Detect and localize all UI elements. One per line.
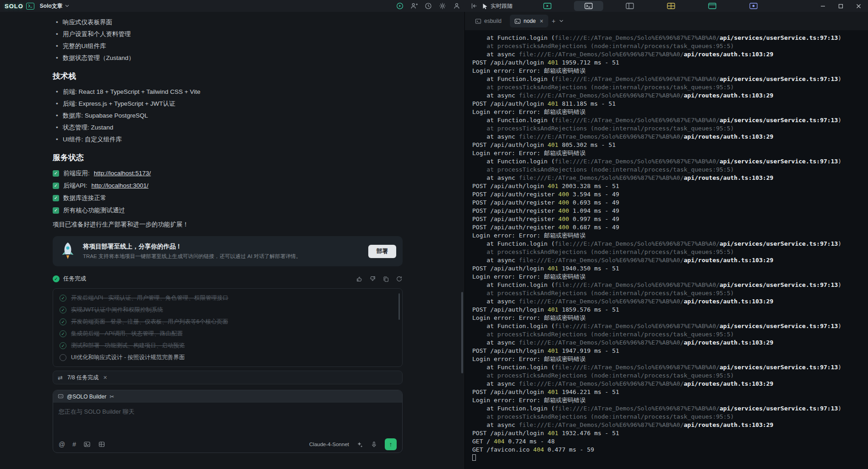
terminal-line: Login error: Error: 邮箱或密码错误 (472, 149, 864, 157)
history-icon[interactable] (425, 2, 432, 10)
terminal-line: POST /api/auth/register 400 0.693 ms - 4… (472, 199, 864, 207)
terminal-tab-label: node (524, 18, 536, 24)
scissors-icon[interactable]: ✂ (109, 394, 114, 400)
panel-tab-editor[interactable] (615, 1, 644, 11)
terminal-tab-esbuild[interactable]: esbuild (470, 15, 506, 27)
titlebar-right: 实时跟随 (465, 0, 868, 12)
panel-tab-terminal[interactable] (574, 1, 603, 11)
settings-gear-icon[interactable] (439, 2, 446, 10)
terminal-line: Login error: Error: 邮箱或密码错误 (472, 67, 864, 75)
terminal-line: POST /api/auth/register 400 3.594 ms - 4… (472, 190, 864, 199)
chat-toolbar: @ # Claude-4-Sonnet (53, 436, 402, 453)
terminal-line: POST /api/auth/login 401 1932.476 ms - 5… (472, 429, 864, 437)
thumbs-down-icon[interactable] (369, 275, 376, 282)
minimize-icon[interactable] (820, 3, 826, 9)
terminal-line: at Function.login (file:///E:/ATrae_Demo… (472, 404, 864, 413)
live-follow-label: 实时跟随 (491, 2, 513, 10)
chat-agent-header: @SOLO Builder ✂ (53, 390, 402, 403)
rocket-icon (60, 242, 76, 261)
terminal-line: at async file:///E:/ATrae_Demos/Solo%E6%… (472, 421, 864, 429)
collapse-panel-icon[interactable] (470, 2, 478, 10)
message-action-icons (356, 275, 403, 282)
deploy-card: 将项目部署至线上，分享你的作品！ TRAE 支持将本地项目一键部署至线上生成可访… (53, 236, 403, 266)
mention-icon[interactable]: @ (59, 441, 65, 447)
task-item: ✓开发后端API - 实现认证、用户管理、角色管理、权限管理接口 (60, 294, 394, 302)
chat-input-area[interactable]: 您正在与 SOLO Builder 聊天 (53, 403, 402, 436)
form-grid-icon[interactable] (98, 441, 105, 448)
chat-panel-scrollbar[interactable] (461, 292, 463, 373)
terminal-line: at processTicksAndRejections (node:inter… (472, 166, 864, 174)
maximize-icon[interactable] (838, 3, 844, 9)
service-item: ✓数据库连接正常 (53, 194, 403, 202)
terminal-output[interactable]: at Function.login (file:///E:/ATrae_Demo… (465, 30, 868, 469)
task-item: ✓测试和部署 - 功能测试、构建项目、启动预览 (60, 342, 394, 350)
window-controls (820, 3, 862, 9)
list-item: UI组件: 自定义组件库 (53, 135, 403, 143)
terminal-line: POST /api/auth/login 401 811.185 ms - 51 (472, 100, 864, 108)
hash-icon[interactable]: # (72, 441, 76, 447)
terminal-panel: esbuild node ✕ + at Function.login (file… (465, 12, 868, 469)
terminal-tab-node[interactable]: node ✕ (510, 15, 548, 27)
terminal-line: at processTicksAndRejections (node:inter… (472, 330, 864, 339)
terminal-line: Login error: Error: 邮箱或密码错误 (472, 355, 864, 363)
account-icon[interactable] (453, 2, 460, 10)
retry-icon[interactable] (396, 275, 403, 282)
deploy-button[interactable]: 部署 (368, 245, 396, 258)
panel-tab-preview[interactable] (533, 1, 562, 11)
sparkle-icon[interactable] (356, 441, 363, 448)
model-selector[interactable]: Claude-4-Sonnet (309, 442, 349, 447)
terminal-line: at async file:///E:/ATrae_Demos/Solo%E6%… (472, 339, 864, 347)
doc-title-text: Solo文章 (40, 2, 63, 10)
terminal-line: Login error: Error: 邮箱或密码错误 (472, 108, 864, 116)
task-status-label: 任务完成 (63, 275, 86, 283)
terminal-line: at Function.login (file:///E:/ATrae_Demo… (472, 281, 864, 289)
task-list-box: ✓开发后端API - 实现认证、用户管理、角色管理、权限管理接口✓实现JWT认证… (53, 288, 403, 367)
preview-icon[interactable] (396, 2, 404, 10)
terminal-line: at Function.login (file:///E:/ATrae_Demo… (472, 157, 864, 166)
solo-logo[interactable]: SOLO (5, 3, 34, 10)
service-link[interactable]: http://localhost:5173/ (94, 169, 151, 177)
send-button[interactable]: ↑ (385, 438, 397, 450)
green-check-icon: ✓ (53, 195, 59, 201)
terminal-line: Login error: Error: 邮箱或密码错误 (472, 314, 864, 322)
deploy-card-description: TRAE 支持将本地项目一键部署至线上生成可访问的链接，还可以通过 AI 对话了… (83, 253, 361, 260)
task-done-icon: ✓ (60, 342, 66, 349)
invite-user-icon[interactable] (410, 2, 418, 10)
task-label: 实现JWT认证中间件和权限控制系统 (71, 306, 163, 314)
task-label: 测试和部署 - 功能测试、构建项目、启动预览 (71, 342, 185, 350)
panel-tab-extensions[interactable] (739, 1, 768, 11)
service-list: ✓前端应用: http://localhost:5173/✓后端API: htt… (53, 169, 403, 214)
service-link[interactable]: http://localhost:3001/ (92, 182, 149, 189)
chat-input-box[interactable]: @SOLO Builder ✂ 您正在与 SOLO Builder 聊天 @ # (53, 390, 403, 453)
service-item: ✓前端应用: http://localhost:5173/ (53, 169, 403, 177)
microphone-icon[interactable] (371, 441, 377, 448)
main-area: 响应式仪表板界面用户设置和个人资料管理完整的UI组件库数据状态管理（Zustan… (0, 12, 868, 469)
task-done-icon: ✓ (60, 318, 66, 325)
close-icon[interactable] (856, 3, 862, 9)
list-item: 数据库: Supabase PostgreSQL (53, 112, 403, 119)
panel-tab-components[interactable] (656, 1, 686, 11)
service-text: 所有核心功能测试通过 (63, 206, 125, 214)
new-terminal-button[interactable]: + (552, 17, 556, 25)
task-progress-close-icon[interactable]: ✕ (103, 375, 107, 381)
attach-image-icon[interactable] (83, 441, 91, 448)
task-flow-icon[interactable]: ⇄ (58, 374, 63, 381)
green-check-icon: ✓ (53, 170, 59, 177)
green-check-icon: ✓ (53, 183, 59, 189)
terminal-tab-label: esbuild (484, 18, 502, 24)
doc-title-dropdown[interactable]: Solo文章 (40, 2, 69, 10)
task-list-scrollbar[interactable] (399, 293, 400, 320)
solo-logo-text: SOLO (5, 3, 23, 10)
green-check-icon: ✓ (53, 207, 59, 214)
task-label: 集成前后端 - API调用、状态管理、路由配置 (71, 330, 183, 338)
live-follow-toggle[interactable]: 实时跟随 (482, 2, 513, 10)
copy-icon[interactable] (382, 275, 389, 282)
task-done-icon: ✓ (60, 307, 66, 313)
terminal-line: GET / 404 0.724 ms - 48 (472, 437, 864, 446)
thumbs-up-icon[interactable] (356, 275, 363, 282)
terminal-tab-close-icon[interactable]: ✕ (540, 18, 544, 24)
terminal-line (472, 454, 864, 462)
terminal-line: POST /api/auth/register 400 0.687 ms - 4… (472, 223, 864, 232)
terminal-dropdown-icon[interactable] (559, 20, 563, 22)
panel-tab-docs[interactable] (698, 1, 727, 11)
